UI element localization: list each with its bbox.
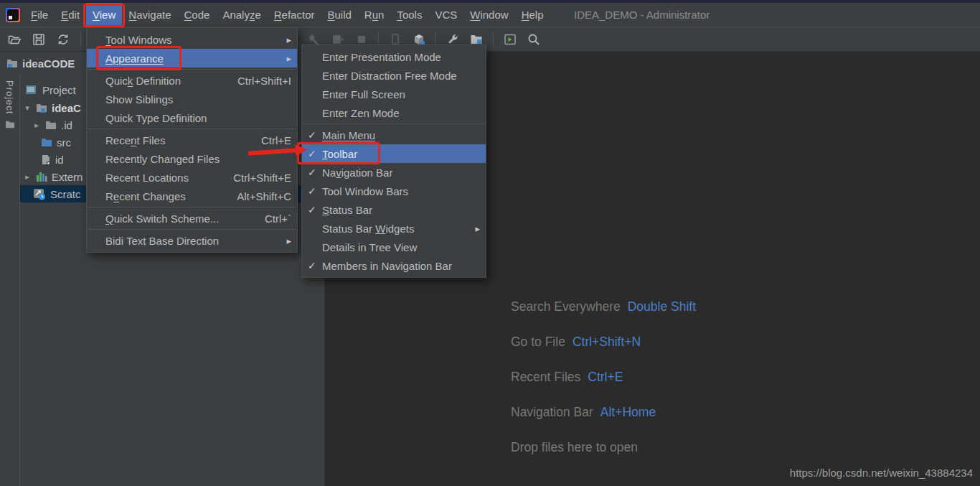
submenu-arrow-icon: ▸ xyxy=(475,223,480,234)
checkmark-icon xyxy=(308,204,321,215)
menu-item-tool-window-bars[interactable]: Tool Window Bars xyxy=(302,182,486,200)
run-anything-icon[interactable] xyxy=(503,32,517,47)
hint-go-to-file: Go to FileCtrl+Shift+N xyxy=(511,335,696,350)
open-icon[interactable] xyxy=(7,32,22,47)
toolbar-separator xyxy=(80,32,81,47)
menu-item-status-bar[interactable]: Status Bar xyxy=(302,200,486,219)
menu-vcs[interactable]: VCS xyxy=(428,3,463,27)
menu-item-recent-changes[interactable]: Recent Changes Alt+Shift+C xyxy=(87,187,297,205)
menu-item-quick-switch-scheme[interactable]: Quick Switch Scheme... Ctrl+` xyxy=(87,209,297,228)
menu-tools[interactable]: Tools xyxy=(390,3,428,27)
view-menu-popup: Tool Windows ▸ Appearance ▸ Quick Defini… xyxy=(86,27,298,253)
menu-item-enter-zen-mode[interactable]: Enter Zen Mode xyxy=(302,103,486,122)
menu-item-bidi-text-base-direction[interactable]: Bidi Text Base Direction ▸ xyxy=(87,231,297,250)
checkmark-icon xyxy=(308,167,321,178)
window-title: IDEA_DEMO - Administrator xyxy=(574,3,710,27)
menu-separator xyxy=(88,207,296,207)
hint-search-everywhere: Search EverywhereDouble Shift xyxy=(511,299,696,314)
menu-window[interactable]: Window xyxy=(463,3,514,27)
menu-item-appearance[interactable]: Appearance ▸ xyxy=(87,49,297,67)
library-icon xyxy=(36,172,47,182)
hint-recent-files: Recent FilesCtrl+E xyxy=(511,370,696,385)
menu-bar: File Edit View Navigate Code Analyze Ref… xyxy=(0,3,980,27)
source-folder-icon xyxy=(41,137,52,147)
menu-item-navigation-bar[interactable]: Navigation Bar xyxy=(302,163,486,182)
tool-window-strip: Project xyxy=(0,75,20,486)
menu-item-quick-type-definition[interactable]: Quick Type Definition xyxy=(87,108,297,127)
chevron-right-icon[interactable]: ▸ xyxy=(32,121,41,130)
menu-refactor[interactable]: Refactor xyxy=(268,3,321,27)
hint-drop-files: Drop files here to open xyxy=(511,440,696,455)
submenu-arrow-icon: ▸ xyxy=(286,34,291,45)
menu-item-enter-distraction-free-mode[interactable]: Enter Distraction Free Mode xyxy=(302,66,486,85)
menu-item-members-in-navigation-bar[interactable]: Members in Navigation Bar xyxy=(302,256,486,275)
menu-file[interactable]: File xyxy=(24,3,55,27)
menu-analyze[interactable]: Analyze xyxy=(216,3,267,27)
menu-item-status-bar-widgets[interactable]: Status Bar Widgets ▸ xyxy=(302,219,486,238)
watermark-url: https://blog.csdn.net/weixin_43884234 xyxy=(790,467,973,479)
checkmark-icon xyxy=(308,129,321,141)
menu-view[interactable]: View xyxy=(86,3,122,27)
folder-icon xyxy=(5,120,15,128)
project-tab-icon xyxy=(25,85,37,95)
menu-item-show-siblings[interactable]: Show Siblings xyxy=(87,90,297,108)
checkmark-icon xyxy=(308,260,321,271)
folder-icon xyxy=(6,58,18,68)
breadcrumb-project-name: ideaCODE xyxy=(22,57,75,70)
appearance-submenu-popup: Enter Presentation Mode Enter Distractio… xyxy=(301,45,486,278)
search-icon[interactable] xyxy=(527,32,541,47)
menu-help[interactable]: Help xyxy=(515,3,550,27)
menu-code[interactable]: Code xyxy=(178,3,217,27)
menu-item-enter-full-screen[interactable]: Enter Full Screen xyxy=(302,85,486,103)
checkmark-icon xyxy=(308,185,321,197)
submenu-arrow-icon: ▸ xyxy=(286,53,291,64)
menu-item-quick-definition[interactable]: Quick Definition Ctrl+Shift+I xyxy=(87,71,297,90)
menu-separator xyxy=(303,123,485,124)
scratches-icon xyxy=(33,188,46,200)
folder-icon xyxy=(45,120,57,130)
intellij-logo-icon xyxy=(6,8,20,22)
submenu-arrow-icon: ▸ xyxy=(286,235,291,246)
menu-item-recent-locations[interactable]: Recent Locations Ctrl+Shift+E xyxy=(87,168,297,187)
idea-window: File Edit View Navigate Code Analyze Ref… xyxy=(0,0,980,486)
chevron-right-icon[interactable]: ▸ xyxy=(23,172,32,182)
menu-item-toolbar[interactable]: Toolbar xyxy=(302,144,486,163)
menu-separator xyxy=(88,128,296,129)
menu-separator xyxy=(88,69,296,70)
menu-item-main-menu[interactable]: Main Menu xyxy=(302,126,486,144)
menu-item-tool-windows[interactable]: Tool Windows ▸ xyxy=(87,30,297,49)
project-folder-icon xyxy=(36,103,47,113)
menu-edit[interactable]: Edit xyxy=(55,3,86,27)
menu-build[interactable]: Build xyxy=(321,3,357,27)
empty-editor-hints: Search EverywhereDouble Shift Go to File… xyxy=(511,299,696,475)
toolbar-separator xyxy=(493,32,494,47)
menu-navigate[interactable]: Navigate xyxy=(122,3,177,27)
file-icon xyxy=(41,154,51,165)
menu-item-enter-presentation-mode[interactable]: Enter Presentation Mode xyxy=(302,47,486,66)
project-strip-button[interactable]: Project xyxy=(4,80,15,114)
chevron-down-icon[interactable]: ▾ xyxy=(23,103,32,113)
sync-icon[interactable] xyxy=(56,32,70,47)
save-icon[interactable] xyxy=(32,32,46,47)
checkmark-icon xyxy=(308,148,321,159)
menu-run[interactable]: Run xyxy=(358,3,391,27)
menu-item-details-in-tree-view[interactable]: Details in Tree View xyxy=(302,238,486,256)
hint-navigation-bar: Navigation BarAlt+Home xyxy=(511,405,696,420)
menu-separator xyxy=(88,229,296,230)
